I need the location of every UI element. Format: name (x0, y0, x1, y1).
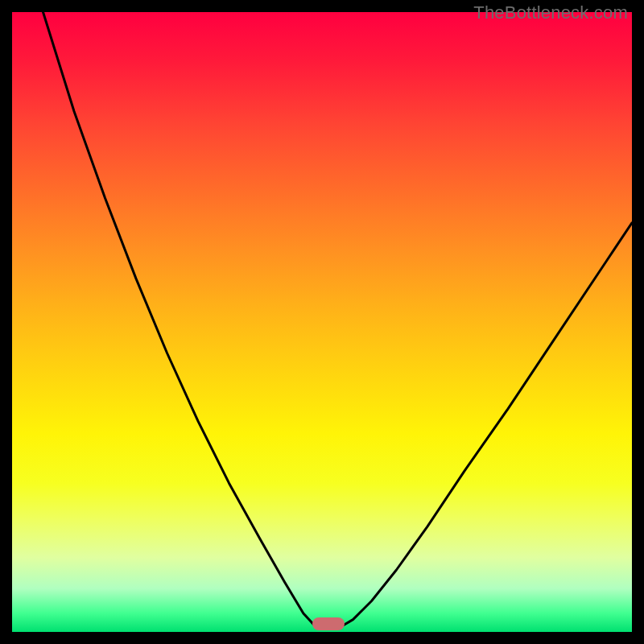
chart-frame: TheBottleneck.com (0, 0, 644, 644)
bottleneck-curve (12, 12, 632, 632)
plot-area (12, 12, 632, 632)
watermark-text: TheBottleneck.com (473, 2, 628, 23)
optimal-marker (312, 617, 345, 630)
